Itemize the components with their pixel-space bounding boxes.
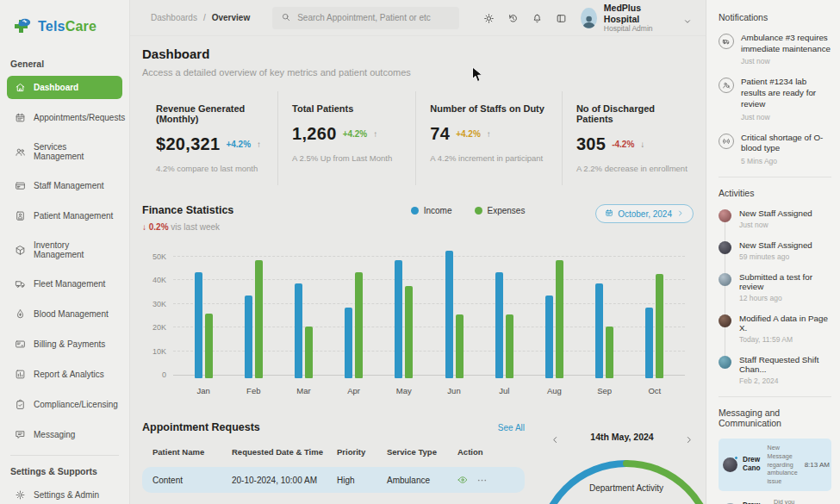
metric-value: $20,321 (156, 134, 220, 154)
sidebar-item-compliance-licensing[interactable]: Compliance/Licensing (7, 393, 122, 416)
column-header-patient-name: Patient Name (152, 447, 232, 457)
notification-item[interactable]: Ambulance #3 requires immediate maintena… (719, 33, 831, 65)
brand-name: TelsCare (38, 19, 96, 34)
breadcrumb-overview[interactable]: Overview (212, 13, 250, 22)
sidebar-item-settings-admin[interactable]: Settings & Admin (7, 483, 122, 504)
metric-title: No of Discharged Patients (576, 103, 690, 124)
activity-time: 59 minutes ago (739, 252, 812, 261)
sidebar-item-fleet-management[interactable]: Fleet Management (7, 272, 122, 296)
sidebar-item-blood-management[interactable]: Blood Management (7, 302, 122, 326)
idcard-icon (15, 180, 26, 191)
metric-card-total-patients: Total Patients1,260+4.2%↑A 2.5% Up from … (277, 91, 415, 185)
metrics-row: Revenue Generated (Monthly)$20,321+4.2%↑… (142, 91, 697, 185)
message-preview: New Message regarding ambulance issue (765, 444, 799, 486)
bar-group-jan: Jan (195, 247, 213, 395)
y-axis-tick: 0 (162, 370, 166, 379)
calendar-icon (605, 208, 613, 219)
activity-item[interactable]: Staff Requested Shift Chan...Feb 2, 2024 (719, 355, 831, 385)
notification-time: Just now (741, 57, 831, 65)
bar-income (595, 283, 603, 378)
profile-name: MedPlus Hospital (604, 3, 664, 24)
message-item[interactable]: DrewCanoNew Message regarding ambulance … (719, 439, 831, 491)
bar-group-apr: Apr (345, 247, 363, 395)
sidebar-item-label: Fleet Management (34, 279, 105, 289)
sidebar-item-report-analytics[interactable]: Report & Analytics (7, 363, 122, 386)
search-box[interactable] (272, 7, 458, 29)
appointments-table-header: Patient NameRequested Date & TimePriorit… (142, 447, 525, 457)
sidebar-item-inventory-management[interactable]: Inventory Management (7, 234, 122, 265)
sidebar-item-patient-management[interactable]: Patient Management (7, 204, 122, 227)
chevron-right-icon (684, 435, 694, 445)
sidebar-nav-general: DashboardAppointments/RequestsServices M… (0, 76, 129, 446)
activity-text: Staff Requested Shift Chan... (739, 355, 831, 374)
search-icon (281, 12, 291, 22)
search-input[interactable] (297, 13, 450, 22)
period-selector-button[interactable]: October, 2024 (595, 204, 694, 223)
chevron-down-icon[interactable] (683, 14, 692, 22)
notification-time: 5 Mins Ago (741, 157, 831, 165)
table-row[interactable]: Content20-10-2024, 10:00 AMHighAmbulance (142, 467, 525, 493)
sidebar-item-appointments-requests[interactable]: Appointments/Requests (7, 106, 122, 129)
activity-text: Submitted a test for review (739, 272, 831, 291)
legend-item-income[interactable]: Income (411, 206, 452, 215)
message-item[interactable]: DrewCanoDid you get to sign off8:13 AM (719, 493, 831, 504)
sidebar-item-staff-management[interactable]: Staff Management (7, 174, 122, 197)
sidebar-nav-settings: Settings & Admin (0, 483, 129, 504)
sidebar-item-services-management[interactable]: Services Management (7, 136, 122, 167)
bell-icon (532, 13, 543, 24)
x-axis-tick: Apr (347, 386, 360, 395)
finance-header: Finance Statistics ↓ 0.2% vis last week … (142, 204, 694, 232)
theme-toggle-button[interactable] (483, 12, 495, 23)
activity-item[interactable]: Submitted a test for review12 hours ago (719, 272, 831, 302)
activity-item[interactable]: Modified A data in Page X.Today, 11:59 A… (719, 314, 831, 344)
notification-item[interactable]: Patient #1234 lab results are ready for … (719, 77, 831, 121)
activity-time: Just now (739, 221, 812, 229)
panel-toggle-button[interactable] (556, 12, 567, 23)
calendar-icon (15, 112, 26, 123)
period-label: October, 2024 (618, 209, 672, 219)
see-all-link[interactable]: See All (498, 423, 525, 432)
activity-item[interactable]: New Staff AssignedJust now (719, 208, 831, 229)
department-date: 14th May, 2024 (590, 432, 653, 442)
metric-trend-arrow-icon: ↓ (640, 140, 644, 149)
profile-menu[interactable]: MedPlus Hospital Hospital Admin (581, 3, 692, 33)
sidebar-item-dashboard[interactable]: Dashboard (7, 76, 122, 99)
finance-section: Finance Statistics ↓ 0.2% vis last week … (142, 204, 694, 395)
notifications-bell-button[interactable] (532, 12, 543, 23)
sidebar-item-billing-payments[interactable]: Billing & Payments (7, 333, 122, 356)
sidebar-item-label: Staff Management (34, 181, 104, 190)
appointments-section: Appointment Requests See All Patient Nam… (142, 421, 525, 493)
y-axis-tick: 50K (152, 252, 166, 261)
y-axis-tick: 10K (152, 347, 166, 356)
x-axis-tick: Jan (196, 386, 209, 395)
metric-title: Revenue Generated (Monthly) (156, 103, 271, 124)
brand-logo[interactable]: TelsCare (0, 12, 129, 50)
history-button[interactable] (507, 12, 519, 23)
cell-priority: High (337, 476, 387, 485)
notification-badge (719, 134, 734, 149)
chevron-right-icon (676, 209, 684, 219)
activity-item[interactable]: New Staff Assigned59 minutes ago (719, 240, 831, 261)
chevron-right-icon[interactable] (684, 432, 694, 442)
topbar: Dashboards / Overview MedPlus Hospital H… (130, 0, 706, 36)
breadcrumb-dashboards[interactable]: Dashboards (151, 13, 197, 22)
unread-dot (734, 456, 738, 460)
metric-trend-arrow-icon: ↑ (373, 129, 377, 139)
section-divider (719, 177, 831, 177)
activities-title: Activities (719, 188, 831, 198)
legend-item-expenses[interactable]: Expenses (475, 206, 526, 215)
sidebar-item-messaging[interactable]: Messaging (7, 423, 122, 446)
department-activity-donut: Department Activity (542, 452, 711, 504)
metric-note: A 2.2% decrease in enrollment (576, 164, 690, 173)
activity-time: Feb 2, 2024 (739, 376, 831, 385)
chat-icon (15, 429, 26, 440)
bar-group-jun: Jun (445, 247, 464, 395)
more-actions-button[interactable] (476, 475, 488, 486)
messaging-title: Messaging and Communication (719, 408, 831, 428)
view-button[interactable] (457, 475, 468, 485)
notification-item[interactable]: Critical shortage of O- blood type5 Mins… (719, 133, 831, 165)
page-header: Dashboard Access a detailed overview of … (130, 36, 706, 78)
chevron-left-icon[interactable] (551, 432, 560, 442)
bar-group-aug: Aug (545, 247, 563, 395)
breadcrumb: Dashboards / Overview (151, 13, 250, 22)
